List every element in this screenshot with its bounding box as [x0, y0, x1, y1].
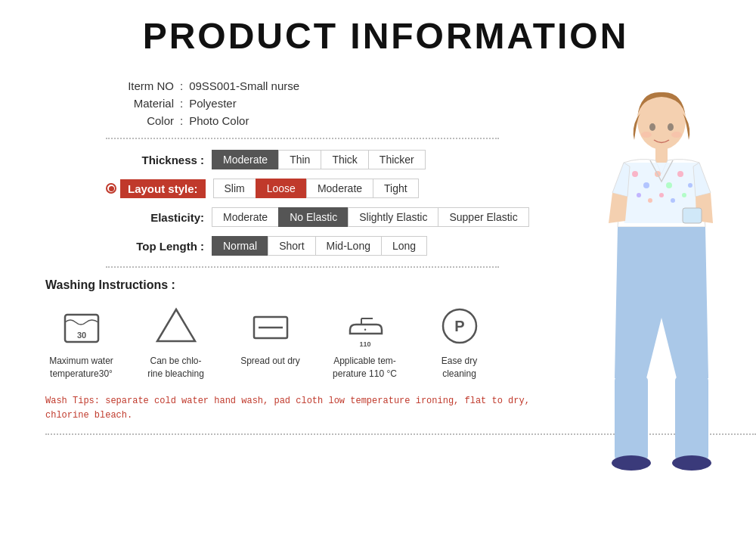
item-no-label: Iterm NO: [106, 79, 174, 92]
dry-flat-text: Spread out dry: [240, 355, 300, 368]
material-label: Material: [106, 97, 174, 110]
colon3: :: [180, 114, 183, 127]
iron-text: Applicable tem-perature 110 °C: [333, 355, 397, 381]
wash-item-dry-clean: P Ease dry cleaning: [423, 303, 495, 381]
length-normal[interactable]: Normal: [212, 236, 268, 256]
bleach-text: Can be chlo-rine bleaching: [147, 355, 204, 381]
layout-label-container: Layout style:: [106, 179, 206, 198]
colon1: :: [180, 79, 183, 92]
thickness-options: Moderate Thin Thick Thicker: [212, 150, 425, 169]
radio-icon: [106, 183, 116, 194]
svg-point-22: [659, 193, 664, 197]
wash-item-iron: • 110 Applicable tem-perature 110 °C: [329, 303, 401, 381]
svg-point-21: [648, 198, 652, 203]
elasticity-label: Elasticity:: [106, 211, 204, 224]
layout-loose[interactable]: Loose: [256, 179, 307, 198]
wash-item-dry: Spread out dry: [234, 303, 306, 368]
thickness-thick[interactable]: Thick: [321, 150, 368, 169]
elasticity-supper[interactable]: Supper Elastic: [438, 207, 528, 227]
svg-text:•: •: [364, 326, 366, 334]
elasticity-slightly[interactable]: Slightly Elastic: [348, 207, 438, 227]
svg-text:110: 110: [359, 340, 370, 348]
svg-point-20: [637, 193, 641, 197]
material-value: Polyester: [189, 97, 237, 110]
svg-point-15: [643, 182, 649, 188]
length-mid-long[interactable]: Mid-Long: [315, 236, 382, 256]
wash-30-text: Maximum watertemperature30°: [49, 355, 113, 381]
svg-rect-25: [615, 377, 648, 460]
svg-rect-26: [675, 377, 708, 460]
nurse-illustration: [578, 76, 745, 517]
svg-point-17: [666, 182, 672, 188]
elasticity-options: Moderate No Elastic Slightly Elastic Sup…: [212, 207, 528, 227]
svg-point-31: [641, 132, 652, 138]
svg-point-30: [668, 123, 674, 131]
page-title: PRODUCT INFORMATION: [45, 15, 726, 57]
top-length-label: Top Length :: [106, 240, 204, 253]
page-wrapper: PRODUCT INFORMATION Iterm NO : 09SS001-S…: [0, 0, 756, 556]
layout-moderate[interactable]: Moderate: [306, 179, 373, 198]
color-label: Color: [106, 114, 174, 127]
svg-point-23: [671, 198, 675, 203]
layout-slim[interactable]: Slim: [213, 179, 256, 198]
divider-1: [106, 138, 499, 139]
svg-marker-2: [157, 309, 195, 341]
svg-point-29: [649, 123, 655, 131]
thickness-thicker[interactable]: Thicker: [368, 150, 426, 169]
layout-options: Slim Loose Moderate Tight: [213, 179, 418, 198]
divider-2: [106, 266, 499, 268]
svg-point-28: [672, 455, 711, 471]
svg-point-32: [671, 132, 682, 138]
dry-clean-icon: P: [437, 303, 482, 349]
color-value: Photo Color: [189, 114, 249, 127]
svg-text:P: P: [454, 318, 464, 334]
thickness-moderate[interactable]: Moderate: [212, 150, 279, 169]
layout-style-label: Layout style:: [120, 179, 206, 198]
wash-item-bleach: Can be chlo-rine bleaching: [140, 303, 212, 381]
svg-point-18: [677, 171, 683, 177]
thickness-label: Thickness :: [106, 154, 204, 166]
thickness-thin[interactable]: Thin: [278, 150, 321, 169]
top-length-options: Normal Short Mid-Long Long: [212, 236, 426, 256]
elasticity-no-elastic[interactable]: No Elastic: [278, 207, 349, 227]
colon2: :: [180, 97, 183, 110]
wash-item-30: 30 Maximum watertemperature30°: [45, 303, 117, 381]
length-long[interactable]: Long: [381, 236, 427, 256]
wash-tip: Wash Tips: separate cold water hand wash…: [45, 394, 559, 423]
svg-rect-12: [655, 148, 668, 163]
layout-tight[interactable]: Tight: [373, 179, 419, 198]
wash-30-icon: 30: [59, 303, 104, 349]
dry-clean-text: Ease dry cleaning: [423, 355, 495, 381]
svg-point-27: [612, 455, 651, 471]
nurse-svg: [578, 76, 745, 514]
svg-point-24: [682, 193, 686, 197]
iron-icon: • 110: [342, 303, 388, 349]
elasticity-moderate[interactable]: Moderate: [212, 207, 279, 227]
svg-point-14: [632, 171, 638, 177]
length-short[interactable]: Short: [268, 236, 315, 256]
dry-flat-icon: [248, 303, 293, 349]
svg-rect-33: [683, 208, 702, 223]
item-no-value: 09SS001-Small nurse: [189, 79, 299, 92]
bleach-icon: [153, 303, 199, 349]
svg-point-19: [688, 183, 692, 188]
svg-text:30: 30: [76, 331, 85, 340]
